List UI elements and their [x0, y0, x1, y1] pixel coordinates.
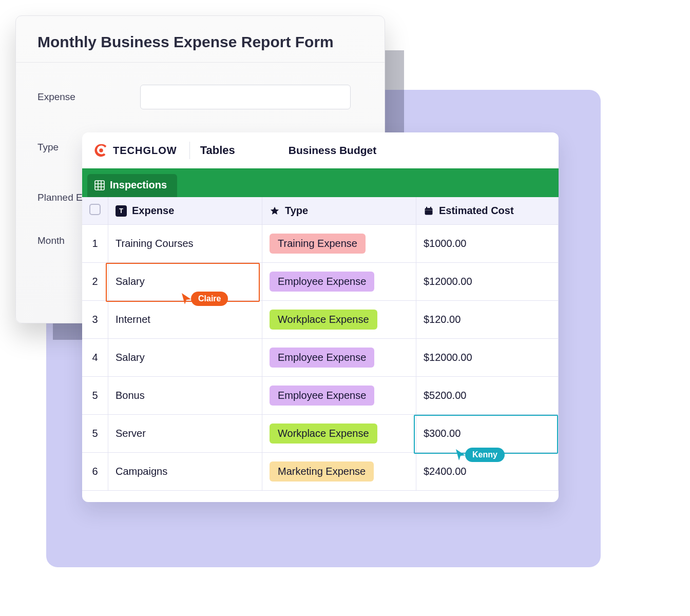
row-index: 5 — [82, 415, 108, 453]
table-row[interactable]: 4SalaryEmployee Expense$12000.00 — [82, 339, 559, 377]
row-index: 2 — [82, 263, 108, 301]
form-label: Expense — [37, 91, 140, 103]
type-pill: Marketing Expense — [270, 461, 374, 482]
cell-expense[interactable]: Training Courses — [108, 225, 262, 263]
divider — [189, 142, 190, 159]
expense-input[interactable] — [140, 85, 351, 109]
cell-type[interactable]: Employee Expense — [262, 339, 416, 377]
column-header-cost[interactable]: Estimated Cost — [416, 197, 559, 225]
row-index: 3 — [82, 301, 108, 339]
expense-table: T Expense Type — [82, 197, 559, 491]
table-row[interactable]: 3InternetWorkplace Expense$120.00 — [82, 301, 559, 339]
cell-cost[interactable]: $120.00 — [416, 301, 559, 339]
type-pill: Workplace Expense — [270, 310, 377, 330]
cell-cost[interactable]: $5200.00 — [416, 377, 559, 415]
star-icon — [270, 206, 280, 216]
cell-type[interactable]: Employee Expense — [262, 263, 416, 301]
app-bar: TECHGLOW Tables Business Budget — [82, 132, 559, 168]
cell-cost[interactable]: $2400.00 — [416, 453, 559, 491]
cell-type[interactable]: Employee Expense — [262, 377, 416, 415]
svg-rect-9 — [430, 206, 431, 208]
cell-expense[interactable]: Bonus — [108, 377, 262, 415]
cell-cost[interactable]: $12000.00 — [416, 263, 559, 301]
cell-expense[interactable]: Salary — [108, 339, 262, 377]
svg-rect-7 — [425, 209, 433, 210]
svg-rect-6 — [425, 208, 433, 215]
svg-rect-1 — [95, 181, 104, 190]
svg-point-0 — [99, 148, 103, 152]
table-row[interactable]: 1Training CoursesTraining Expense$1000.0… — [82, 225, 559, 263]
logo-icon — [93, 143, 109, 158]
type-pill: Workplace Expense — [270, 424, 377, 444]
grid-icon — [94, 180, 105, 190]
table-row[interactable]: 5ServerWorkplace Expense$300.00 — [82, 415, 559, 453]
sheet-tab-bar: Inspections — [82, 168, 559, 197]
text-column-icon: T — [116, 205, 127, 217]
row-index: 6 — [82, 453, 108, 491]
cell-cost[interactable]: $12000.00 — [416, 339, 559, 377]
row-index: 4 — [82, 339, 108, 377]
form-title: Monthly Business Expense Report Form — [16, 16, 385, 63]
cell-expense[interactable]: Server — [108, 415, 262, 453]
cell-expense[interactable]: Internet — [108, 301, 262, 339]
type-pill: Employee Expense — [270, 386, 374, 406]
app-section[interactable]: Tables — [200, 144, 235, 157]
type-pill: Employee Expense — [270, 348, 374, 368]
column-header-type[interactable]: Type — [262, 197, 416, 225]
table-row[interactable]: 6CampaignsMarketing Expense$2400.00 — [82, 453, 559, 491]
column-label: Estimated Cost — [439, 205, 514, 217]
document-title[interactable]: Business Budget — [289, 144, 377, 157]
row-index: 5 — [82, 377, 108, 415]
table-row[interactable]: 2SalaryEmployee Expense$12000.00 — [82, 263, 559, 301]
calendar-icon — [424, 206, 434, 216]
svg-rect-8 — [426, 206, 427, 208]
brand-name: TECHGLOW — [113, 145, 177, 157]
column-header-expense[interactable]: T Expense — [108, 197, 262, 225]
cell-cost[interactable]: $1000.00 — [416, 225, 559, 263]
type-pill: Training Expense — [270, 234, 366, 254]
table-app-card: TECHGLOW Tables Business Budget Inspecti… — [82, 132, 559, 502]
table-row[interactable]: 5BonusEmployee Expense$5200.00 — [82, 377, 559, 415]
select-all-header[interactable] — [82, 197, 108, 225]
column-label: Expense — [132, 205, 174, 217]
row-index: 1 — [82, 225, 108, 263]
cell-type[interactable]: Workplace Expense — [262, 301, 416, 339]
checkbox-icon — [89, 204, 101, 215]
sheet-tab-inspections[interactable]: Inspections — [87, 174, 177, 197]
column-label: Type — [285, 205, 308, 217]
cell-expense[interactable]: Campaigns — [108, 453, 262, 491]
cell-type[interactable]: Training Expense — [262, 225, 416, 263]
sheet-tab-label: Inspections — [110, 179, 167, 191]
cell-cost[interactable]: $300.00 — [416, 415, 559, 453]
form-row-expense: Expense — [37, 72, 363, 122]
type-pill: Employee Expense — [270, 272, 374, 292]
cell-type[interactable]: Workplace Expense — [262, 415, 416, 453]
cell-expense[interactable]: Salary — [108, 263, 262, 301]
cell-type[interactable]: Marketing Expense — [262, 453, 416, 491]
brand-logo: TECHGLOW — [93, 143, 177, 158]
